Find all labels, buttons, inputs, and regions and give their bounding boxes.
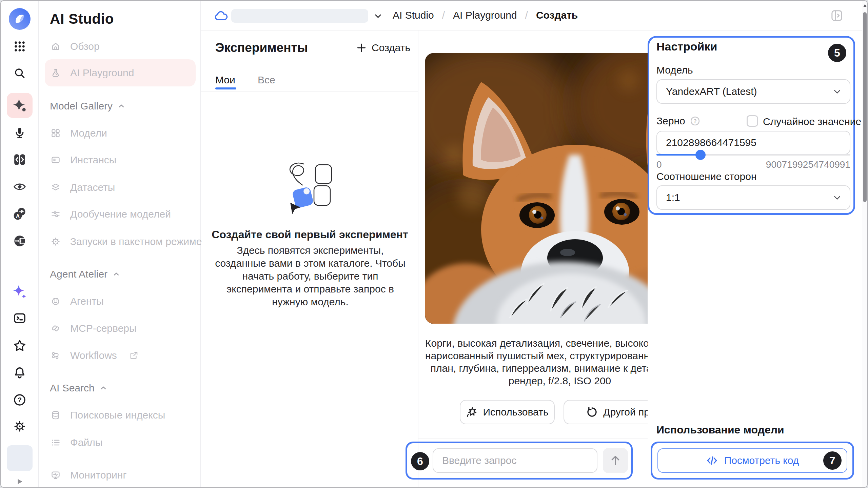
aspect-ratio-select[interactable]: 1:1 (656, 185, 850, 210)
collapse-panel-button[interactable] (830, 9, 844, 22)
seed-label-row: Зерно ? (656, 115, 700, 127)
seed-slider-thumb[interactable] (695, 150, 706, 160)
sidebar-item-label: Файлы (70, 437, 102, 448)
sidebar-item-ai-playground[interactable]: AI Playground (39, 59, 201, 86)
sidebar: AI Studio Обзор AI Playground Model Gall… (39, 1, 201, 487)
sidebar-item-overview[interactable]: Обзор (39, 33, 201, 60)
sidebar-section-agent-atelier[interactable]: Agent Atelier (50, 268, 120, 280)
sparkle-icon (12, 98, 27, 113)
sidebar-item-models[interactable]: Модели (39, 120, 201, 147)
scroll-up-arrow[interactable] (863, 3, 867, 8)
view-code-button[interactable]: Посмотреть код (657, 448, 847, 473)
flask-icon (51, 68, 60, 78)
sliders-icon (51, 209, 60, 219)
yandex-cloud-logo[interactable] (1, 8, 39, 30)
sidebar-item-agents[interactable]: Агенты (39, 288, 201, 315)
collapse-rail-button[interactable] (1, 477, 39, 486)
sidebar-item-label: AI Playground (70, 67, 134, 79)
chevron-down-icon (832, 192, 842, 203)
gear-icon (13, 420, 26, 433)
rail-item-foundation-models-active[interactable] (7, 93, 33, 118)
column-divider (418, 30, 418, 488)
cloud-icon (214, 8, 229, 23)
seed-input[interactable] (656, 131, 850, 155)
cloud-logo-icon (9, 8, 31, 30)
use-prompt-button[interactable]: Использовать (460, 400, 555, 424)
home-icon (51, 42, 60, 51)
model-select[interactable]: YandexART (Latest) (656, 79, 850, 104)
data-circuit-icon (13, 235, 26, 247)
search-button[interactable] (1, 67, 39, 79)
rail-item-code[interactable] (1, 153, 39, 166)
scrollbar[interactable] (862, 1, 867, 487)
prompt-input[interactable] (433, 448, 597, 473)
tab-all[interactable]: Все (258, 74, 275, 86)
aspect-ratio-value: 1:1 (666, 192, 680, 203)
question-circle-icon: ? (13, 393, 26, 406)
use-button-label: Использовать (483, 406, 548, 418)
scrollbar-thumb[interactable] (863, 12, 867, 202)
chevron-up-icon (112, 270, 120, 278)
sidebar-item-files[interactable]: Файлы (39, 429, 201, 456)
grid-dots-icon (14, 41, 25, 52)
breadcrumb-separator: / (442, 9, 445, 21)
folder-selector[interactable] (231, 9, 368, 23)
rail-item-speech[interactable] (1, 127, 39, 139)
chevron-down-icon[interactable] (373, 11, 383, 21)
code-brackets-icon (13, 153, 26, 166)
sidebar-item-search-indexes[interactable]: Поисковые индексы (39, 402, 201, 429)
sidebar-item-batch-runs[interactable]: Запуски в пакетном режиме (39, 228, 201, 255)
avatar[interactable] (7, 445, 33, 471)
sidebar-item-datasets[interactable]: Датасеты (39, 174, 201, 201)
instance-card-icon (51, 155, 60, 165)
breadcrumb-ai-studio[interactable]: AI Studio (393, 9, 434, 21)
random-seed-checkbox[interactable] (747, 115, 758, 127)
search-icon (14, 67, 26, 79)
view-code-label: Посмотреть код (724, 455, 799, 466)
settings-title: Настройки (656, 40, 717, 53)
rail-item-ai-studio[interactable] (1, 284, 39, 300)
rail-item-translate[interactable]: A (1, 207, 39, 220)
apps-grid-button[interactable] (1, 41, 39, 52)
sidebar-item-label: Агенты (70, 296, 104, 307)
rail-item-favorites[interactable] (1, 339, 39, 352)
sidebar-item-label: Поисковые индексы (70, 409, 165, 421)
help-circle-icon[interactable]: ? (690, 116, 700, 126)
rail-item-vision[interactable] (1, 180, 39, 193)
play-triangle-icon (15, 477, 24, 486)
send-prompt-button[interactable] (603, 448, 628, 473)
sidebar-item-finetuning[interactable]: Дообучение моделей (39, 201, 201, 228)
section-header-label: Model Gallery (50, 100, 113, 112)
sidebar-section-model-gallery[interactable]: Model Gallery (50, 100, 125, 112)
create-experiment-button[interactable]: Создать (356, 42, 410, 54)
database-icon (51, 410, 60, 420)
sidebar-section-ai-search[interactable]: AI Search (50, 382, 107, 394)
monitoring-icon (51, 470, 60, 480)
notifications-button[interactable] (1, 366, 39, 379)
help-button[interactable]: ? (1, 393, 39, 406)
svg-text:?: ? (693, 118, 696, 124)
sidebar-item-label: Мониторинг (70, 469, 126, 481)
sidebar-item-instances[interactable]: Инстансы (39, 146, 201, 174)
gear-play-icon (51, 237, 60, 246)
rail-item-terminal[interactable] (1, 312, 39, 325)
model-usage-title: Использование модели (656, 424, 784, 436)
translate-icon: A (13, 207, 26, 220)
rail-item-data-services[interactable] (1, 235, 39, 247)
section-header-label: AI Search (50, 382, 95, 394)
link-icon (51, 324, 60, 333)
annotation-badge-7: 7 (823, 451, 842, 470)
plus-icon (356, 42, 367, 53)
sidebar-item-monitoring[interactable]: Мониторинг (39, 462, 201, 488)
tabs-divider (201, 91, 418, 92)
icon-rail: A (1, 1, 39, 487)
sidebar-item-workflows[interactable]: Workflows (39, 342, 201, 369)
settings-button[interactable] (1, 420, 39, 433)
sidebar-item-mcp-servers[interactable]: MCP-серверы (39, 315, 201, 342)
breadcrumb-ai-playground[interactable]: AI Playground (453, 9, 517, 21)
sidebar-item-label: Инстансы (70, 154, 116, 166)
right-eye (604, 199, 639, 225)
active-tab-underline (215, 87, 236, 89)
tab-my[interactable]: Мои (215, 74, 235, 86)
terminal-icon (13, 312, 26, 325)
